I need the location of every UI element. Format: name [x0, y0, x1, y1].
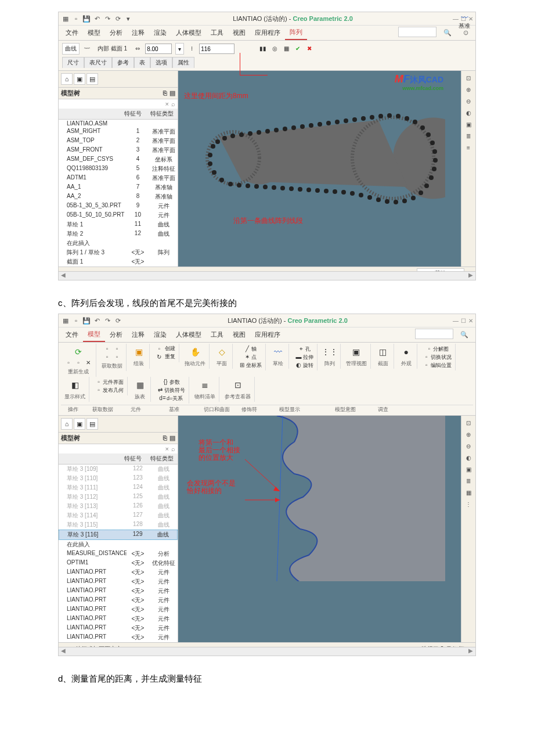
- tree-row[interactable]: 05B-1_30_5_30.PRT9元件: [59, 201, 178, 211]
- tree-close-icon[interactable]: ×: [165, 100, 169, 107]
- tree-row[interactable]: 草绘 3 [115]128曲线: [59, 520, 178, 530]
- subtab-table[interactable]: 表: [134, 57, 150, 68]
- scroll-left[interactable]: ◀: [59, 272, 68, 280]
- tree-settings-icon[interactable]: ⎘: [163, 89, 167, 97]
- menu-tools[interactable]: 工具: [206, 328, 228, 341]
- cancel-button[interactable]: ✖: [305, 45, 313, 53]
- appearance-button[interactable]: ●: [399, 345, 413, 359]
- ref-viewer-button[interactable]: ⊡: [231, 378, 245, 392]
- tree-row[interactable]: OPTIM1<无>优化特征: [59, 559, 178, 568]
- tree-row[interactable]: ASM_FRONT3基准平面: [59, 146, 178, 155]
- tree-tab-1[interactable]: ⌂: [61, 418, 73, 430]
- qat-save-icon[interactable]: 💾: [82, 14, 91, 23]
- rt-more-icon[interactable]: ⋮: [464, 499, 473, 509]
- rt-view-icon[interactable]: ▣: [464, 120, 473, 129]
- maximize-button[interactable]: ☐: [461, 318, 466, 324]
- tree-tab-2[interactable]: ▣: [74, 418, 85, 430]
- rt-zoomin-icon[interactable]: ⊕: [464, 430, 473, 439]
- tree-row[interactable]: LIANTIAO.PRT<无>元件: [59, 605, 178, 614]
- regen-button[interactable]: ⟳: [71, 345, 85, 359]
- menu-render[interactable]: 渲染: [149, 26, 171, 39]
- menu-annotate[interactable]: 注释: [127, 26, 149, 39]
- qat-open-icon[interactable]: ▫: [71, 14, 81, 23]
- menu-view[interactable]: 视图: [228, 328, 250, 341]
- datum-icon[interactable]: 〰: [456, 13, 473, 22]
- tree-row[interactable]: 在此插入: [59, 540, 178, 549]
- menu-annotate[interactable]: 注释: [127, 328, 149, 341]
- tree-tab-3[interactable]: ▤: [86, 73, 98, 85]
- subtab-prop[interactable]: 属性: [172, 57, 194, 68]
- tree-row[interactable]: ASM_DEF_CSYS4坐标系: [59, 155, 178, 164]
- pattern-button[interactable]: ⋮⋮: [323, 345, 337, 359]
- rt-spin-icon[interactable]: ◐: [464, 453, 473, 462]
- menu-file[interactable]: 文件: [61, 328, 83, 341]
- graphics-canvas[interactable]: MF沐风CADwww.mfcad.com 这里使用间距为8mm 沿第: [178, 71, 461, 245]
- tree-row[interactable]: 阵列 1 / 草绘 3<无>阵列: [59, 248, 178, 257]
- menu-render[interactable]: 渲染: [149, 328, 171, 341]
- qat-new-icon[interactable]: ▦: [61, 14, 70, 23]
- tree-row[interactable]: LIANTIAO.PRT<无>元件: [59, 577, 178, 586]
- section-button[interactable]: ◫: [376, 345, 390, 359]
- qat-save-icon[interactable]: 💾: [82, 316, 91, 325]
- plane-button[interactable]: ◇: [215, 345, 229, 359]
- tree-find-icon[interactable]: ⌕: [171, 100, 175, 107]
- qat-undo-icon[interactable]: ↶: [92, 14, 102, 23]
- tree-row[interactable]: LIANTIAO.PRT<无>元件: [59, 633, 178, 642]
- subtab-tabledim[interactable]: 表尺寸: [84, 57, 112, 68]
- section-dropdown[interactable]: 内部 截面 1: [95, 43, 130, 55]
- tree-row[interactable]: 草绘 212曲线: [59, 229, 178, 239]
- bom-button[interactable]: ≣: [198, 378, 212, 392]
- tree-row[interactable]: 草绘 111曲线: [59, 220, 178, 229]
- family-table-button[interactable]: ▦: [133, 378, 147, 392]
- model-tree-body[interactable]: LIANTIAO.ASMASM_RIGHT1基准平面ASM_TOP2基准平面AS…: [59, 120, 178, 267]
- menu-model[interactable]: 模型: [83, 327, 105, 342]
- rt-refit-icon[interactable]: ⊡: [464, 73, 473, 82]
- tree-row[interactable]: 截面 1<无>: [59, 257, 178, 267]
- pattern-type-dropdown[interactable]: 曲线: [62, 43, 80, 55]
- rt-layer-icon[interactable]: ≣: [464, 476, 473, 485]
- tree-row[interactable]: 草绘 3 [114]127曲线: [59, 511, 178, 520]
- create-icon[interactable]: ▫: [155, 345, 163, 353]
- close-button[interactable]: ✕: [468, 318, 473, 324]
- search-icon[interactable]: 🔍: [456, 329, 473, 341]
- qat-open-icon[interactable]: ▫: [71, 316, 81, 325]
- rt-view-icon[interactable]: ▣: [464, 465, 473, 474]
- rt-zoomout-icon[interactable]: ⊖: [464, 441, 473, 451]
- tree-tab-3[interactable]: ▤: [86, 418, 98, 430]
- tree-row[interactable]: MEASURE_DISTANCE_1<无>分析: [59, 549, 178, 559]
- tree-row[interactable]: LIANTIAO.PRT<无>元件: [59, 586, 178, 596]
- model-tree-body-2[interactable]: 草绘 3 [109]122曲线草绘 3 [110]123曲线草绘 3 [111]…: [59, 465, 178, 642]
- tree-tab-1[interactable]: ⌂: [61, 73, 73, 85]
- menu-manikin[interactable]: 人体模型: [171, 26, 206, 39]
- tree-tab-2[interactable]: ▣: [74, 73, 85, 85]
- spacing-dropdown[interactable]: ▾: [175, 43, 184, 55]
- menu-tools[interactable]: 工具: [206, 26, 228, 39]
- tree-row[interactable]: 草绘 3 [112]125曲线: [59, 492, 178, 502]
- count-input[interactable]: [199, 44, 234, 54]
- subtab-opt[interactable]: 选项: [150, 57, 172, 68]
- tree-row[interactable]: 05B-1_50_10_50.PRT10元件: [59, 211, 178, 220]
- tree-row[interactable]: LIANTIAO.PRT<无>元件: [59, 596, 178, 605]
- tree-row[interactable]: LIANTIAO.PRT<无>元件: [59, 568, 178, 577]
- tree-row[interactable]: 草绘 3 [113]126曲线: [59, 502, 178, 511]
- tree-row[interactable]: 草绘 3 [111]124曲线: [59, 483, 178, 492]
- rt-spin-icon[interactable]: ◐: [464, 108, 473, 117]
- menu-view[interactable]: 视图: [228, 26, 250, 39]
- rt-zoomin-icon[interactable]: ⊕: [464, 85, 473, 94]
- search-icon[interactable]: 🔍: [439, 27, 456, 39]
- tree-row[interactable]: 草绘 3 [109]122曲线: [59, 465, 178, 474]
- sketch-button[interactable]: 〰: [271, 345, 285, 359]
- tree-row[interactable]: ASM_RIGHT1基准平面: [59, 127, 178, 136]
- qat-new-icon[interactable]: ▦: [61, 316, 70, 325]
- menu-file[interactable]: 文件: [61, 26, 83, 39]
- qat-redo-icon[interactable]: ↷: [103, 14, 112, 23]
- tree-row[interactable]: LIANTIAO.ASM: [59, 120, 178, 127]
- tree-row[interactable]: ASM_TOP2基准平面: [59, 136, 178, 146]
- rt-color-icon[interactable]: ▦: [464, 488, 473, 497]
- tree-row[interactable]: AA_17基准轴: [59, 183, 178, 192]
- drag-button[interactable]: ✋: [188, 345, 202, 359]
- menu-applications[interactable]: 应用程序: [250, 26, 285, 39]
- menu-manikin[interactable]: 人体模型: [171, 328, 206, 341]
- help-search-input[interactable]: [398, 27, 436, 37]
- rt-annot-icon[interactable]: ≡: [464, 143, 473, 152]
